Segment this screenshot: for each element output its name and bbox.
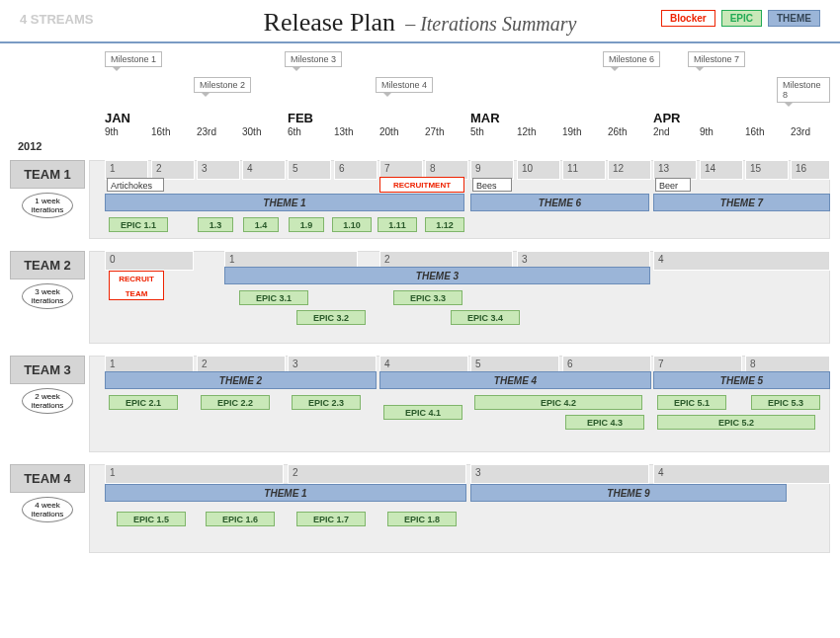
- iteration-cell: 10: [517, 160, 560, 180]
- date-label: 6th: [288, 126, 301, 137]
- legend-theme: THEME: [768, 10, 820, 27]
- milestone-4: Milestone 4: [376, 77, 433, 93]
- team-name: TEAM 4: [10, 464, 85, 493]
- epic-bar: EPIC 2.2: [201, 395, 270, 410]
- iteration-cell: 3: [197, 160, 240, 180]
- title-sub: – Iterations Summary: [405, 13, 576, 35]
- team-label: TEAM 11 week iterations: [10, 160, 85, 218]
- theme-bar: THEME 4: [379, 371, 651, 389]
- iteration-cell: 13: [653, 160, 697, 180]
- note-label: Artichokes: [107, 178, 164, 192]
- epic-bar: EPIC 1.7: [296, 512, 366, 526]
- iteration-cell: 5: [288, 160, 331, 180]
- theme-bar: THEME 1: [105, 484, 466, 502]
- team-label: TEAM 44 week iterations: [10, 464, 85, 522]
- date-label: 23rd: [791, 126, 810, 137]
- iteration-cell: 4: [653, 251, 830, 271]
- date-label: 2nd: [653, 126, 670, 137]
- team-name: TEAM 2: [10, 251, 85, 279]
- iteration-cell: 4: [242, 160, 286, 180]
- date-label: 23rd: [197, 126, 216, 137]
- epic-bar: 1.10: [332, 217, 372, 232]
- iteration-cell: 2: [288, 464, 466, 484]
- iteration-cell: 9: [470, 160, 514, 180]
- epic-bar: EPIC 5.2: [657, 415, 815, 430]
- title-main: Release Plan: [264, 8, 396, 37]
- iteration-cell: 16: [791, 160, 830, 180]
- year-label: 2012: [18, 140, 42, 152]
- milestone-1: Milestone 1: [105, 51, 162, 67]
- team-iteration-note: 3 week iterations: [22, 283, 73, 309]
- date-label: 9th: [105, 126, 119, 137]
- note-label: Beer: [655, 178, 691, 192]
- team-label: TEAM 32 week iterations: [10, 356, 85, 414]
- legend-blocker: Blocker: [661, 10, 715, 27]
- theme-bar: THEME 5: [653, 371, 830, 389]
- month-label: APR: [653, 111, 680, 125]
- epic-bar: 1.3: [198, 217, 233, 232]
- epic-bar: 1.9: [289, 217, 324, 232]
- epic-bar: 1.4: [243, 217, 279, 232]
- epic-bar: EPIC 3.4: [451, 310, 520, 325]
- iteration-cell: 14: [700, 160, 743, 180]
- date-label: 19th: [562, 126, 581, 137]
- theme-bar: THEME 2: [105, 371, 377, 389]
- epic-bar: EPIC 2.3: [292, 395, 361, 410]
- date-label: 30th: [242, 126, 261, 137]
- theme-bar: THEME 9: [470, 484, 787, 502]
- date-label: 27th: [425, 126, 444, 137]
- team-row-2: TEAM 23 week iterations01234THEME 3EPIC …: [10, 251, 830, 350]
- month-label: FEB: [288, 111, 313, 125]
- epic-bar: EPIC 1.6: [206, 512, 275, 526]
- blocker-bar: RECRUIT TEAM: [109, 271, 164, 300]
- iteration-cell: 1: [105, 160, 148, 180]
- month-label: JAN: [105, 111, 130, 125]
- team-iteration-note: 2 week iterations: [22, 388, 73, 414]
- team-iteration-note: 1 week iterations: [22, 193, 73, 218]
- date-label: 16th: [151, 126, 170, 137]
- epic-bar: EPIC 4.2: [474, 395, 642, 410]
- team-name: TEAM 3: [10, 356, 85, 384]
- release-chart: 2012 Milestone 1Milestone 2Milestone 3Mi…: [10, 43, 830, 626]
- team-row-3: TEAM 32 week iterations12345678THEME 2TH…: [10, 356, 830, 458]
- epic-bar: EPIC 3.2: [296, 310, 366, 325]
- milestone-3: Milestone 3: [285, 51, 342, 67]
- epic-bar: EPIC 5.1: [657, 395, 726, 410]
- date-label: 9th: [700, 126, 714, 137]
- legend-epic: EPIC: [721, 10, 762, 27]
- iteration-cell: 6: [334, 160, 378, 180]
- iteration-cell: 1: [105, 464, 284, 484]
- team-iteration-note: 4 week iterations: [22, 497, 73, 522]
- epic-bar: EPIC 1.1: [109, 217, 168, 232]
- date-label: 20th: [379, 126, 398, 137]
- iteration-cell: 0: [105, 251, 194, 271]
- iteration-cell: 2: [151, 160, 195, 180]
- date-label: 12th: [517, 126, 536, 137]
- date-label: 16th: [745, 126, 764, 137]
- epic-bar: EPIC 1.5: [117, 512, 186, 526]
- epic-bar: EPIC 3.1: [239, 290, 308, 305]
- epic-bar: 1.11: [378, 217, 417, 232]
- team-label: TEAM 23 week iterations: [10, 251, 85, 309]
- month-label: MAR: [470, 111, 500, 125]
- legend: Blocker EPIC THEME: [661, 10, 820, 27]
- theme-bar: THEME 6: [470, 194, 649, 211]
- iteration-cell: 11: [562, 160, 606, 180]
- epic-bar: EPIC 4.1: [383, 405, 462, 420]
- epic-bar: EPIC 3.3: [393, 290, 462, 305]
- date-label: 5th: [470, 126, 484, 137]
- note-label: Bees: [472, 178, 512, 192]
- iteration-cell: 12: [608, 160, 651, 180]
- milestone-6: Milestone 7: [688, 51, 745, 67]
- team-row-4: TEAM 44 week iterations1234THEME 1THEME …: [10, 464, 830, 559]
- theme-bar: THEME 3: [224, 267, 650, 284]
- epic-bar: EPIC 5.3: [751, 395, 820, 410]
- header: 4 STREAMS Release Plan – Iterations Summ…: [0, 0, 840, 43]
- milestone-2: Milestone 2: [194, 77, 251, 93]
- epic-bar: 1.12: [425, 217, 464, 232]
- team-name: TEAM 1: [10, 160, 85, 189]
- milestone-5: Milestone 6: [603, 51, 660, 67]
- milestone-7: Milestone 8: [777, 77, 830, 103]
- iteration-cell: 15: [745, 160, 789, 180]
- blocker-bar: RECRUITMENT: [379, 177, 464, 193]
